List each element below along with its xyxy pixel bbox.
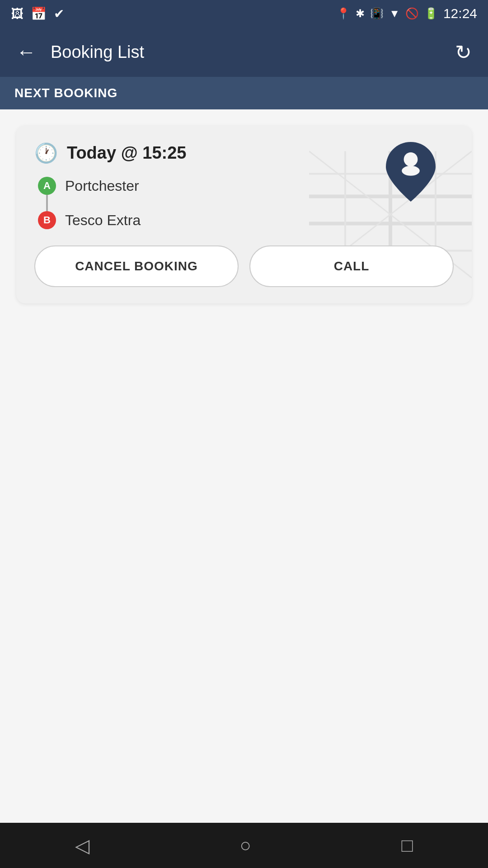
status-time: 12:24 (443, 6, 477, 21)
location-a-text: Portchester (65, 178, 139, 194)
route-connector (46, 195, 48, 211)
bluetooth-icon: ✱ (356, 7, 365, 20)
section-header: NEXT BOOKING (0, 77, 488, 109)
cancel-booking-button[interactable]: CANCEL BOOKING (34, 245, 239, 287)
booking-time: Today @ 15:25 (67, 143, 186, 163)
calendar-icon: 📅 (31, 6, 47, 21)
route-item-b: B Tesco Extra (38, 211, 454, 229)
location-icon: 📍 (337, 7, 350, 20)
check-icon: ✔ (54, 6, 64, 21)
call-button[interactable]: CALL (249, 245, 454, 287)
status-bar-left: 🖼 📅 ✔ (11, 6, 64, 21)
battery-icon: 🔋 (424, 7, 438, 20)
bottom-nav: ◁ ○ □ (0, 823, 488, 868)
image-icon: 🖼 (11, 6, 23, 21)
location-b-text: Tesco Extra (65, 212, 141, 229)
section-title: NEXT BOOKING (14, 86, 117, 100)
route-marker-b: B (38, 211, 56, 229)
nav-home-button[interactable]: ○ (222, 829, 269, 862)
vibrate-icon: 📳 (370, 7, 384, 20)
card-content: 🕐 Today @ 15:25 A Portchester B Tesco Ex… (34, 142, 454, 287)
main-content: 🕐 Today @ 15:25 A Portchester B Tesco Ex… (0, 109, 488, 824)
route-row: A Portchester B Tesco Extra (34, 177, 454, 229)
route-marker-a: A (38, 177, 56, 195)
booking-time-row: 🕐 Today @ 15:25 (34, 142, 454, 164)
nav-recent-button[interactable]: □ (383, 829, 431, 862)
back-button[interactable]: ← (13, 37, 40, 67)
status-bar-right: 📍 ✱ 📳 ▼ 🚫 🔋 12:24 (337, 6, 477, 21)
page-title: Booking List (51, 42, 441, 62)
nav-back-button[interactable]: ◁ (57, 829, 108, 862)
signal-off-icon: 🚫 (405, 7, 419, 20)
app-bar: ← Booking List ↻ (0, 27, 488, 77)
refresh-button[interactable]: ↻ (451, 37, 475, 67)
status-bar: 🖼 📅 ✔ 📍 ✱ 📳 ▼ 🚫 🔋 12:24 (0, 0, 488, 27)
booking-card: 🕐 Today @ 15:25 A Portchester B Tesco Ex… (16, 126, 472, 303)
card-actions: CANCEL BOOKING CALL (34, 245, 454, 287)
wifi-icon: ▼ (389, 7, 400, 20)
route-item-a: A Portchester (38, 177, 454, 195)
clock-icon: 🕐 (34, 142, 58, 164)
